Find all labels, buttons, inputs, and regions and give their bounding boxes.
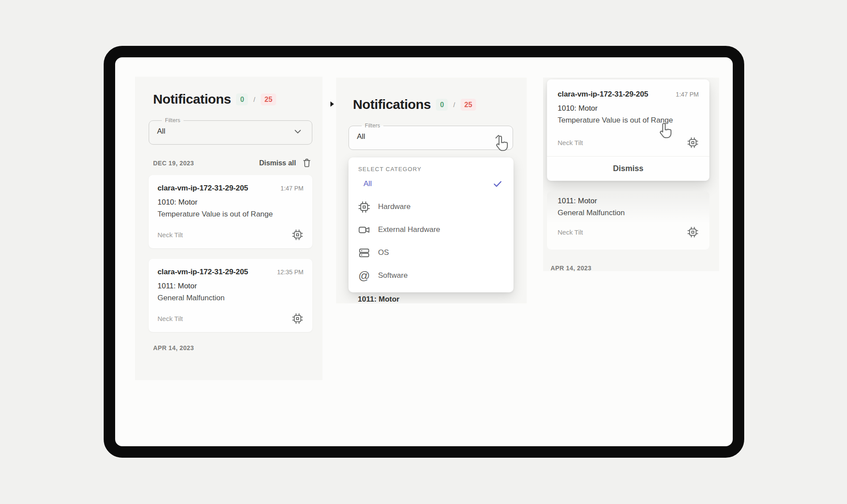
notification-component: Neck Tilt [157, 315, 183, 322]
server-stack-icon [358, 246, 371, 259]
chevron-up-icon[interactable] [493, 131, 504, 142]
video-camera-icon [358, 224, 371, 236]
notification-message: General Malfunction [157, 294, 304, 302]
count-divider: / [453, 101, 455, 108]
cpu-chip-icon [292, 229, 304, 241]
menu-item-label: External Hardware [378, 225, 440, 234]
notification-card[interactable]: clara-vm-ip-172-31-29-205 1:47 PM 1010: … [149, 175, 312, 248]
menu-item-label: Hardware [378, 202, 411, 211]
cpu-chip-icon [687, 137, 699, 149]
filter-selected-value: All [357, 132, 365, 141]
notification-card[interactable]: 1011: Motor General Malfunction Neck Til… [547, 191, 709, 250]
unread-count-badge: 0 [436, 99, 448, 111]
total-count-badge: 25 [261, 93, 277, 105]
group-date: APR 14, 2023 [153, 344, 322, 351]
group-date: DEC 19, 2023 [153, 160, 194, 167]
menu-item-all[interactable]: All [349, 172, 513, 195]
total-count-badge: 25 [461, 99, 476, 111]
notification-host: clara-vm-ip-172-31-29-205 [157, 268, 248, 276]
group-date: APR 14, 2023 [551, 265, 592, 271]
filters-select[interactable]: Filters All [149, 117, 312, 145]
filters-label: Filters [362, 123, 383, 129]
notification-component: Neck Tilt [157, 231, 183, 239]
menu-item-os[interactable]: OS [349, 241, 513, 264]
chevron-down-icon[interactable] [292, 126, 303, 137]
notification-component: Neck Tilt [558, 139, 583, 146]
menu-item-hardware[interactable]: Hardware [349, 195, 513, 218]
notification-message: Temperature Value is out of Range [157, 210, 304, 219]
unread-count-badge: 0 [236, 93, 248, 105]
filter-selected-value: All [157, 127, 165, 136]
notification-code: 1010: Motor [157, 198, 304, 207]
collapse-arrow-icon[interactable] [330, 101, 334, 107]
notification-time: 12:35 PM [277, 269, 304, 276]
notification-message: General Malfunction [558, 209, 699, 217]
notifications-panel-right: clara-vm-ip-172-31-29-205 1:47 PM 1010: … [543, 78, 719, 271]
clipped-notification-code: 1011: Motor [358, 295, 527, 303]
notification-card-hovered[interactable]: clara-vm-ip-172-31-29-205 1:47 PM 1010: … [547, 79, 709, 181]
cpu-chip-icon [358, 201, 371, 213]
panel-title: Notifications [153, 92, 231, 107]
notification-message: Temperature Value is out of Range [558, 116, 699, 125]
menu-item-external-hardware[interactable]: External Hardware [349, 218, 513, 241]
dismiss-all-label: Dismiss all [259, 159, 296, 167]
filters-select-open[interactable]: Filters All [349, 123, 513, 150]
menu-item-label: OS [378, 248, 389, 257]
check-icon [492, 179, 503, 189]
notification-time: 1:47 PM [281, 185, 304, 192]
filters-label: Filters [162, 117, 184, 123]
cpu-chip-icon [687, 226, 699, 238]
dropdown-header: SELECT CATEGORY [358, 166, 513, 172]
notification-code: 1011: Motor [558, 197, 699, 205]
dismiss-all-button[interactable]: Dismiss all [259, 158, 312, 168]
notification-host: clara-vm-ip-172-31-29-205 [157, 184, 248, 193]
panel-title: Notifications [353, 97, 431, 112]
cpu-chip-icon [292, 313, 304, 325]
menu-item-label: Software [378, 271, 408, 280]
dismiss-button[interactable]: Dismiss [558, 157, 699, 181]
menu-item-software[interactable]: @ Software [349, 264, 513, 287]
notification-component: Neck Tilt [558, 228, 583, 236]
menu-item-label: All [364, 179, 372, 188]
notification-time: 1:47 PM [676, 91, 699, 98]
at-sign-icon: @ [358, 269, 371, 282]
notifications-panel-middle: Notifications 0 / 25 Filters All SELECT … [336, 78, 527, 303]
notification-card[interactable]: clara-vm-ip-172-31-29-205 12:35 PM 1011:… [149, 259, 312, 332]
notification-code: 1010: Motor [558, 104, 699, 113]
category-dropdown-menu: SELECT CATEGORY All Hardware External Ha… [349, 157, 513, 292]
notifications-panel-left: Notifications 0 / 25 Filters All DEC 19,… [135, 77, 322, 380]
notification-host: clara-vm-ip-172-31-29-205 [558, 90, 648, 99]
notification-code: 1011: Motor [157, 282, 304, 291]
trash-icon[interactable] [302, 158, 312, 168]
count-divider: / [253, 96, 255, 103]
